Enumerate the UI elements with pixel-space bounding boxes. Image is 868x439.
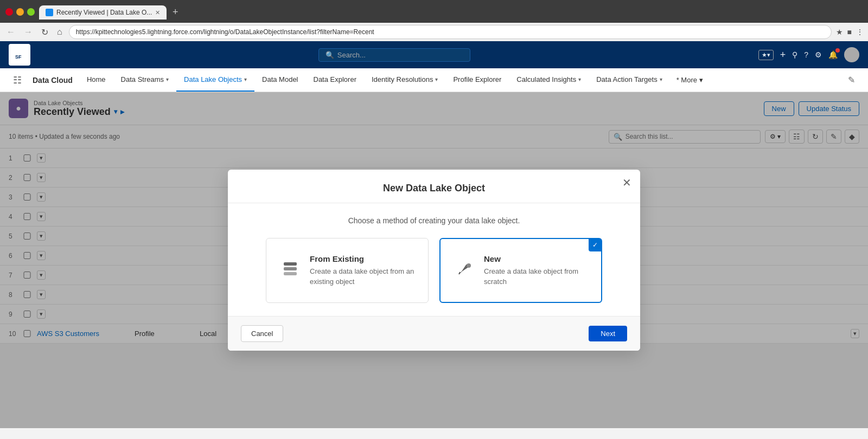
option-new[interactable]: New Create a data lake object from scrat… — [439, 238, 602, 302]
nav-home-label: Home — [87, 75, 106, 83]
nav-data-action-chevron: ▾ — [660, 76, 662, 82]
modal-overlay[interactable]: ✕ New Data Lake Object Choose a method o… — [0, 92, 868, 428]
minimize-button[interactable] — [16, 8, 24, 16]
nav-identity-resolutions-label: Identity Resolutions — [372, 75, 433, 83]
maximize-button[interactable] — [27, 8, 35, 16]
cancel-button[interactable]: Cancel — [241, 325, 283, 342]
from-existing-title: From Existing — [310, 254, 415, 263]
nav-profile-explorer-label: Profile Explorer — [453, 75, 501, 83]
salesforce-cloud-icon: SF — [11, 46, 28, 63]
tab-bar: Recently Viewed | Data Lake O... ✕ + — [39, 4, 183, 20]
app-grid-icon[interactable]: ☷ — [9, 68, 26, 92]
new-option-icon — [454, 259, 475, 282]
nav-data-lake-objects-chevron: ▾ — [244, 76, 247, 82]
favorites-icon[interactable]: ★▾ — [758, 50, 774, 60]
browser-chrome: Recently Viewed | Data Lake O... ✕ + — [0, 0, 868, 23]
add-icon[interactable]: + — [780, 49, 786, 61]
browser-action-icons: ★ ■ ⋮ — [836, 28, 864, 36]
nav-identity-resolutions[interactable]: Identity Resolutions ▾ — [364, 68, 445, 92]
sf-logo[interactable]: SF — [9, 44, 30, 66]
modal-close-button[interactable]: ✕ — [622, 176, 631, 189]
option-from-existing[interactable]: From Existing Create a data lake object … — [266, 238, 429, 302]
nav-data-streams-label: Data Streams — [121, 75, 164, 83]
svg-rect-7 — [284, 272, 297, 275]
main-content: ● Data Lake Objects Recently Viewed ▾ ▸ … — [0, 92, 868, 428]
global-search-icon[interactable]: ⚲ — [792, 50, 797, 59]
modal-header: New Data Lake Object — [228, 170, 640, 203]
back-button[interactable]: ← — [4, 26, 17, 38]
nav-data-action-targets[interactable]: Data Action Targets ▾ — [589, 68, 670, 92]
nav-data-model-label: Data Model — [262, 75, 298, 83]
svg-line-9 — [459, 272, 460, 274]
nav-more-label: * More — [676, 76, 697, 84]
tab-favicon — [46, 9, 53, 16]
nav-data-model[interactable]: Data Model — [254, 68, 305, 92]
nav-items: Home Data Streams ▾ Data Lake Objects ▾ … — [79, 68, 710, 92]
nav-more-chevron: ▾ — [699, 76, 703, 84]
search-icon: 🔍 — [326, 51, 334, 59]
nav-edit-icon[interactable]: ✎ — [844, 68, 859, 92]
modal-footer: Cancel Next — [228, 316, 640, 351]
app-nav: ☷ Data Cloud Home Data Streams ▾ Data La… — [0, 68, 868, 92]
forward-button[interactable]: → — [22, 26, 35, 38]
new-option-title: New — [484, 254, 588, 263]
modal-options: From Existing Create a data lake object … — [241, 238, 627, 302]
close-button[interactable] — [5, 8, 13, 16]
modal-dialog: ✕ New Data Lake Object Choose a method o… — [228, 170, 640, 350]
user-avatar[interactable] — [844, 47, 859, 62]
nav-data-streams-chevron: ▾ — [166, 76, 169, 82]
address-input[interactable] — [69, 25, 832, 39]
tab-title: Recently Viewed | Data Lake O... — [56, 9, 152, 16]
nav-more-button[interactable]: * More ▾ — [670, 68, 710, 92]
next-button[interactable]: Next — [589, 326, 627, 341]
notification-area: 🔔 — [828, 50, 838, 59]
nav-home[interactable]: Home — [79, 68, 113, 92]
setup-icon[interactable]: ⚙ — [815, 50, 822, 59]
sf-nav-icons: ★▾ + ⚲ ? ⚙ 🔔 — [758, 47, 859, 62]
nav-data-streams[interactable]: Data Streams ▾ — [113, 68, 176, 92]
nav-calc-insights-chevron: ▾ — [578, 76, 581, 82]
nav-identity-chevron: ▾ — [435, 76, 438, 82]
from-existing-text: From Existing Create a data lake object … — [310, 254, 415, 286]
nav-data-lake-objects[interactable]: Data Lake Objects ▾ — [176, 68, 254, 92]
search-placeholder: Search... — [337, 51, 366, 59]
window-controls — [5, 8, 35, 16]
new-option-desc: Create a data lake object from scratch — [484, 267, 588, 286]
svg-rect-5 — [284, 262, 297, 266]
reload-button[interactable]: ↻ — [39, 26, 50, 38]
extension-icon[interactable]: ■ — [847, 28, 852, 36]
new-option-text: New Create a data lake object from scrat… — [484, 254, 588, 286]
modal-subtitle: Choose a method of creating your data la… — [241, 216, 627, 225]
active-tab[interactable]: Recently Viewed | Data Lake O... ✕ — [39, 5, 167, 20]
nav-data-explorer[interactable]: Data Explorer — [306, 68, 364, 92]
svg-text:SF: SF — [15, 54, 22, 60]
from-existing-icon — [279, 259, 301, 282]
nav-data-explorer-label: Data Explorer — [314, 75, 356, 83]
modal-title: New Data Lake Object — [383, 183, 485, 193]
nav-profile-explorer[interactable]: Profile Explorer — [445, 68, 509, 92]
sf-navbar: SF 🔍 Search... ★▾ + ⚲ ? ⚙ 🔔 — [0, 41, 868, 68]
notification-badge-dot — [835, 48, 840, 53]
bookmark-icon[interactable]: ★ — [836, 28, 843, 36]
new-tab-button[interactable]: + — [168, 4, 183, 20]
svg-point-8 — [467, 263, 471, 268]
nav-calculated-insights-label: Calculated Insights — [516, 75, 576, 83]
modal-body: Choose a method of creating your data la… — [228, 203, 640, 315]
home-button[interactable]: ⌂ — [55, 26, 65, 38]
nav-data-action-targets-label: Data Action Targets — [596, 75, 658, 83]
from-existing-desc: Create a data lake object from an existi… — [310, 267, 415, 286]
menu-icon[interactable]: ⋮ — [856, 28, 864, 36]
help-icon[interactable]: ? — [804, 50, 808, 59]
nav-data-lake-objects-label: Data Lake Objects — [184, 75, 242, 83]
tab-close-icon[interactable]: ✕ — [155, 9, 160, 16]
sf-search-bar[interactable]: 🔍 Search... — [318, 48, 470, 62]
svg-rect-6 — [284, 267, 297, 270]
app-name[interactable]: Data Cloud — [26, 68, 79, 92]
address-bar: ← → ↻ ⌂ ★ ■ ⋮ — [0, 23, 868, 41]
nav-calculated-insights[interactable]: Calculated Insights ▾ — [509, 68, 589, 92]
